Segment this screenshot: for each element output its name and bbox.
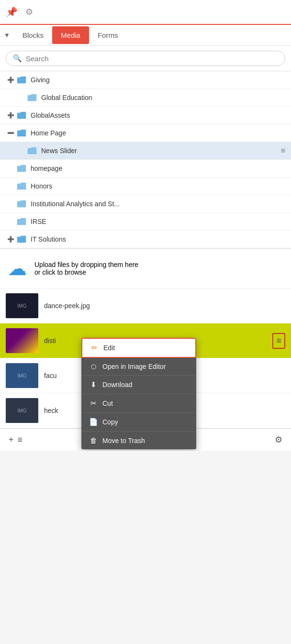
context-menu-copy[interactable]: 📄 Copy: [81, 413, 196, 432]
context-menu-open-image-editor[interactable]: ⬡ Open in Image Editor: [81, 358, 196, 376]
expand-icon-giving: ➕: [7, 76, 14, 84]
expand-icon-global-assets: ➕: [7, 111, 14, 119]
folder-item-it-solutions[interactable]: ➕ IT Solutions: [0, 231, 291, 248]
expand-icon-home-page: ➖: [7, 129, 14, 137]
settings-icon[interactable]: ⚙: [25, 7, 33, 17]
context-menu-cut-label: Cut: [102, 400, 113, 407]
folder-item-irse[interactable]: ➕ IRSE: [0, 213, 291, 231]
context-menu-copy-label: Copy: [102, 418, 118, 426]
nav-tabs: ▼ Blocks Media Forms: [0, 25, 291, 46]
file-thumb-heck: IMG: [6, 398, 38, 423]
context-menu-download-label: Download: [102, 381, 132, 389]
upload-zone[interactable]: ☁ Upload files by dropping them here or …: [0, 249, 291, 289]
folder-icon-news-slider: [27, 146, 37, 155]
context-menu-cut[interactable]: ✂ Cut: [81, 394, 196, 413]
folder-item-global-assets[interactable]: ➕ GlobalAssets: [0, 107, 291, 124]
folder-item-honors[interactable]: ➕ Honors: [0, 178, 291, 195]
file-thumb-disti: [6, 328, 38, 353]
folder-icon-honors: [16, 182, 27, 190]
pin-icon[interactable]: 📌: [6, 6, 18, 18]
add-button[interactable]: +: [7, 433, 16, 447]
context-menu-move-to-trash-label: Move to Trash: [102, 437, 145, 444]
folder-label-global-education: Global Education: [41, 94, 285, 101]
folder-label-home-page: Home Page: [31, 129, 285, 137]
tab-forms[interactable]: Forms: [89, 26, 127, 44]
search-bar: 🔍: [0, 46, 291, 71]
folder-label-global-assets: GlobalAssets: [31, 111, 285, 119]
folder-item-homepage[interactable]: ➕ homepage: [0, 160, 291, 178]
copy-icon: 📄: [89, 418, 98, 426]
file-thumb-dance-peek: IMG: [6, 293, 38, 318]
folder-item-institutional[interactable]: ➕ Institutional Analytics and St...: [0, 195, 291, 213]
bottom-gear-icon: ⚙: [275, 434, 282, 445]
search-icon: 🔍: [13, 54, 22, 63]
nav-arrow[interactable]: ▼: [4, 32, 10, 39]
file-item-dance-peek: IMG dance-peek.jpg: [0, 289, 291, 323]
cut-icon: ✂: [89, 399, 98, 408]
context-menu-edit-label: Edit: [103, 344, 115, 352]
folder-label-irse: IRSE: [31, 218, 285, 225]
context-menu-edit[interactable]: ✏ Edit: [81, 338, 196, 358]
context-menu-download[interactable]: ⬇ Download: [81, 376, 196, 394]
upload-text-line1: Upload files by dropping them here: [34, 261, 138, 268]
top-bar: 📌 ⚙: [0, 0, 291, 25]
folder-icon-global-education: [27, 93, 37, 102]
upload-text: Upload files by dropping them here or cl…: [34, 261, 138, 276]
folder-item-home-page[interactable]: ➖ Home Page: [0, 124, 291, 142]
file-item-disti: disti ≡ ✏ Edit ⬡ Open in Image Editor ⬇ …: [0, 323, 291, 358]
folder-label-news-slider: News Slider: [41, 147, 277, 155]
folder-icon-it-solutions: [16, 235, 27, 244]
folder-icon-institutional: [16, 200, 27, 208]
bottom-gear-button[interactable]: ⚙: [273, 433, 284, 447]
bottom-menu-icon: ≡: [18, 435, 23, 445]
folder-item-global-education[interactable]: ➕ Global Education: [0, 89, 291, 107]
expand-icon-it-solutions: ➕: [7, 235, 14, 243]
folder-label-it-solutions: IT Solutions: [31, 235, 285, 243]
folder-icon-giving: [16, 76, 27, 84]
folder-label-honors: Honors: [31, 182, 285, 190]
search-input-wrap: 🔍: [6, 51, 285, 66]
tab-blocks[interactable]: Blocks: [14, 26, 52, 44]
upload-text-line2: or click to browse: [34, 268, 138, 276]
folder-icon-home-page: [16, 129, 27, 137]
folder-label-homepage: homepage: [31, 165, 285, 172]
upload-cloud-icon: ☁: [8, 257, 27, 279]
tab-media[interactable]: Media: [52, 26, 89, 44]
menu-button[interactable]: ≡: [16, 433, 25, 447]
context-menu: ✏ Edit ⬡ Open in Image Editor ⬇ Download…: [81, 338, 196, 449]
folder-label-giving: Giving: [31, 76, 285, 84]
folder-kebab-news-slider[interactable]: ≡: [277, 146, 285, 155]
folder-item-giving[interactable]: ➕ Giving: [0, 71, 291, 89]
search-input[interactable]: [26, 55, 278, 63]
download-icon: ⬇: [89, 380, 98, 389]
file-name-dance-peek: dance-peek.jpg: [44, 302, 285, 310]
file-kebab-disti[interactable]: ≡: [272, 333, 285, 349]
file-list: IMG dance-peek.jpg disti ≡ ✏ Edit ⬡ Open…: [0, 289, 291, 428]
trash-icon: 🗑: [89, 436, 98, 444]
open-image-editor-icon: ⬡: [89, 363, 98, 370]
folder-tree: ➕ Giving ➕ Global Education ➕ GlobalAsse…: [0, 71, 291, 249]
folder-icon-global-assets: [16, 111, 27, 120]
add-icon: +: [9, 435, 14, 445]
folder-icon-homepage: [16, 164, 27, 173]
folder-icon-irse: [16, 217, 27, 226]
folder-item-news-slider[interactable]: ➕ News Slider ≡: [0, 142, 291, 160]
folder-label-institutional: Institutional Analytics and St...: [31, 200, 285, 208]
file-thumb-facu: IMG: [6, 363, 38, 388]
context-menu-move-to-trash[interactable]: 🗑 Move to Trash: [81, 432, 196, 449]
edit-icon: ✏: [90, 344, 99, 352]
context-menu-open-image-editor-label: Open in Image Editor: [102, 363, 166, 370]
